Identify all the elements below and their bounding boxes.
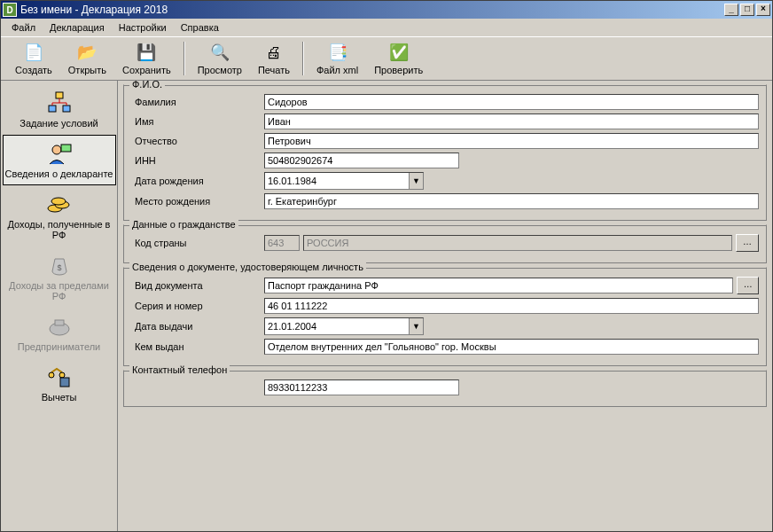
issue-date-input[interactable] (265, 318, 409, 334)
briefcase-icon (45, 314, 74, 339)
label-issued-by: Кем выдан (131, 341, 264, 352)
tool-preview[interactable]: 🔍 Просмотр (191, 40, 249, 77)
doc-type-lookup-button[interactable]: … (737, 277, 759, 294)
svg-rect-2 (63, 106, 70, 112)
svg-point-3 (52, 145, 61, 154)
window-title: Без имени - Декларация 2018 (20, 4, 724, 16)
money-bag-icon: $ (45, 253, 74, 278)
issued-by-input[interactable] (264, 339, 759, 355)
group-identity: Сведения о документе, удостоверяющем лич… (123, 267, 767, 366)
titlebar: D Без имени - Декларация 2018 _ □ × (1, 1, 772, 19)
label-doc-type: Вид документа (131, 280, 264, 291)
form-area: Ф.И.О. Фамилия Имя Отчество ИНН (118, 81, 772, 531)
sidebar-item-income-rf[interactable]: Доходы, полученные в РФ (3, 185, 116, 246)
chevron-down-icon[interactable]: ▼ (409, 318, 423, 334)
tool-save[interactable]: 💾 Сохранить (115, 40, 178, 77)
person-card-icon (45, 141, 74, 166)
pob-input[interactable] (264, 193, 759, 209)
body: Задание условий Сведения о декларанте До… (1, 81, 772, 531)
label-patronymic: Отчество (131, 136, 264, 146)
doc-type-input[interactable] (264, 278, 733, 293)
minimize-button[interactable]: _ (724, 4, 738, 16)
svg-point-7 (51, 198, 66, 205)
group-title: Сведения о документе, удостоверяющем лич… (129, 262, 366, 272)
close-button[interactable]: × (756, 4, 770, 16)
chevron-down-icon[interactable]: ▼ (409, 173, 423, 189)
sidebar-item-label: Доходы за пределами РФ (5, 280, 113, 301)
menu-help[interactable]: Справка (176, 20, 224, 35)
coins-icon (45, 192, 74, 216)
group-title: Данные о гражданстве (129, 219, 238, 230)
group-title: Контактный телефон (129, 364, 230, 375)
check-icon: ✅ (388, 42, 410, 63)
sidebar-item-label: Доходы, полученные в РФ (5, 219, 113, 240)
scales-calc-icon (45, 364, 74, 389)
phone-input[interactable] (264, 379, 459, 395)
save-icon: 💾 (136, 42, 157, 63)
menu-file[interactable]: Файл (6, 20, 41, 35)
series-number-input[interactable] (264, 298, 759, 314)
menu-declaration[interactable]: Декларация (44, 20, 110, 35)
country-lookup-button[interactable]: … (736, 234, 759, 252)
group-phone: Контактный телефон (123, 370, 767, 407)
toolbar-separator (302, 42, 304, 75)
preview-icon: 🔍 (209, 42, 230, 63)
open-folder-icon: 📂 (76, 42, 98, 63)
svg-rect-4 (61, 145, 71, 152)
sidebar-item-deductions[interactable]: Вычеты (3, 358, 116, 409)
menubar: Файл Декларация Настройки Справка (1, 19, 772, 37)
dob-combo[interactable]: ▼ (264, 172, 424, 190)
label-dob: Дата рождения (131, 176, 264, 186)
issue-date-combo[interactable]: ▼ (264, 317, 424, 335)
new-file-icon: 📄 (23, 42, 44, 63)
print-icon: 🖨 (263, 42, 285, 63)
sidebar-item-label: Задание условий (20, 118, 98, 129)
sidebar-item-label: Предприниматели (18, 341, 100, 352)
tool-check[interactable]: ✅ Проверить (367, 40, 430, 77)
toolbar: 📄 Создать 📂 Открыть 💾 Сохранить 🔍 Просмо… (1, 37, 772, 81)
org-chart-icon (45, 90, 74, 115)
country-name-input (303, 235, 732, 251)
svg-point-12 (59, 372, 65, 378)
label-series-number: Серия и номер (131, 301, 264, 311)
sidebar-item-label: Вычеты (42, 392, 77, 403)
svg-rect-13 (60, 378, 69, 387)
app-icon: D (3, 3, 17, 17)
xml-file-icon: 📑 (327, 42, 348, 63)
svg-rect-10 (55, 320, 64, 325)
group-fio: Ф.И.О. Фамилия Имя Отчество ИНН (123, 84, 767, 221)
app-window: D Без имени - Декларация 2018 _ □ × Файл… (0, 0, 773, 532)
label-name: Имя (131, 116, 264, 127)
svg-rect-1 (49, 106, 56, 112)
tool-open[interactable]: 📂 Открыть (61, 40, 113, 77)
tool-filexml[interactable]: 📑 Файл xml (309, 40, 365, 77)
dob-input[interactable] (265, 173, 409, 189)
country-code-input (264, 235, 300, 251)
label-country-code: Код страны (131, 238, 264, 248)
menu-settings[interactable]: Настройки (113, 20, 172, 35)
label-pob: Место рождения (131, 196, 264, 207)
inn-input[interactable] (264, 153, 459, 168)
label-surname: Фамилия (131, 97, 264, 107)
group-title: Ф.И.О. (129, 81, 165, 90)
svg-point-11 (49, 372, 54, 378)
svg-text:$: $ (57, 263, 61, 272)
svg-rect-0 (56, 92, 63, 98)
label-issue-date: Дата выдачи (131, 321, 264, 332)
maximize-button[interactable]: □ (740, 4, 754, 16)
sidebar: Задание условий Сведения о декларанте До… (1, 81, 118, 531)
sidebar-item-entrepreneurs: Предприниматели (3, 308, 116, 358)
tool-create[interactable]: 📄 Создать (8, 40, 59, 77)
sidebar-item-conditions[interactable]: Задание условий (3, 84, 116, 135)
toolbar-separator (183, 42, 185, 75)
label-inn: ИНН (131, 155, 264, 166)
group-citizenship: Данные о гражданстве Код страны … (123, 224, 767, 263)
tool-print[interactable]: 🖨 Печать (251, 40, 297, 77)
patronymic-input[interactable] (264, 133, 759, 149)
sidebar-item-income-foreign: $ Доходы за пределами РФ (3, 246, 116, 308)
surname-input[interactable] (264, 94, 759, 110)
sidebar-item-label: Сведения о декларанте (5, 168, 113, 179)
sidebar-item-declarant[interactable]: Сведения о декларанте (3, 135, 116, 185)
name-input[interactable] (264, 113, 759, 129)
